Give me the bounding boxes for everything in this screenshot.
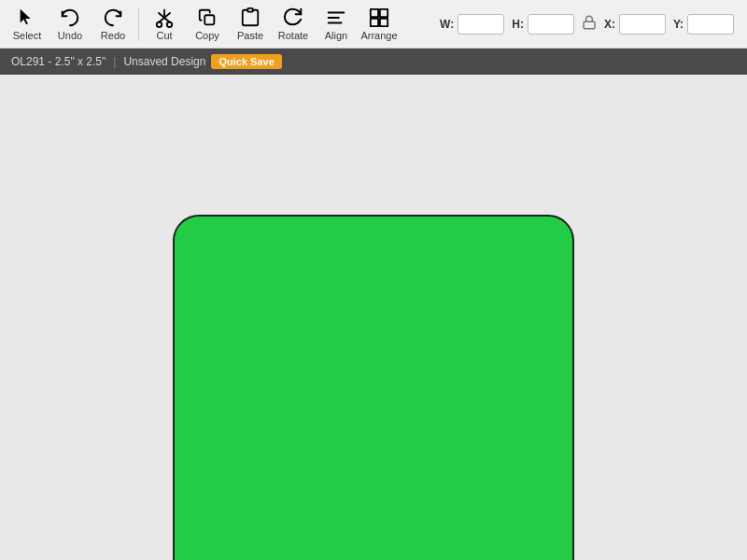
lock-icon[interactable] [582,15,597,34]
svg-rect-2 [204,15,214,24]
width-input[interactable] [458,14,504,35]
undo-label: Undo [58,30,82,41]
redo-label: Redo [101,30,125,41]
y-label: Y: [673,18,684,31]
svg-rect-3 [247,7,253,11]
select-tool[interactable]: Select [6,3,49,46]
align-button[interactable]: Align [315,3,358,46]
redo-button[interactable]: Redo [92,3,134,46]
svg-rect-8 [380,8,388,16]
statusbar-separator: | [113,55,116,68]
svg-rect-10 [380,18,388,25]
arrange-label: Arrange [360,30,397,41]
copy-label: Copy [195,30,219,41]
height-field: H: [512,14,574,35]
copy-button[interactable]: Copy [186,3,229,46]
undo-button[interactable]: Undo [49,3,92,46]
svg-rect-9 [371,18,378,25]
canvas-area [0,75,747,560]
quick-save-button[interactable]: Quick Save [211,54,281,69]
template-info: OL291 - 2.5" x 2.5" [11,55,106,68]
rotate-label: Rotate [278,30,308,41]
y-input[interactable] [687,14,734,35]
w-label: W: [440,18,454,31]
x-field: X: [604,14,666,35]
paste-button[interactable]: Paste [229,3,272,46]
svg-rect-11 [584,21,595,28]
cut-button[interactable]: Cut [143,3,186,46]
height-input[interactable] [528,14,574,35]
h-label: H: [512,18,524,31]
y-field: Y: [673,14,734,35]
toolbar-separator-1 [138,7,139,41]
arrange-button[interactable]: Arrange [358,3,401,46]
cut-label: Cut [156,30,172,41]
toolbar: Select Undo Redo Cut Co [0,0,747,49]
unsaved-design-label: Unsaved Design [123,55,205,68]
paste-label: Paste [237,30,263,41]
statusbar: OL291 - 2.5" x 2.5" | Unsaved Design Qui… [0,49,747,75]
design-shape[interactable] [173,215,574,560]
x-input[interactable] [619,14,666,35]
select-label: Select [13,30,42,41]
width-field: W: [440,14,504,35]
svg-rect-7 [371,8,378,16]
align-label: Align [325,30,347,41]
x-label: X: [604,18,615,31]
property-fields: W: H: X: Y: [440,14,741,35]
rotate-button[interactable]: Rotate [272,3,315,46]
